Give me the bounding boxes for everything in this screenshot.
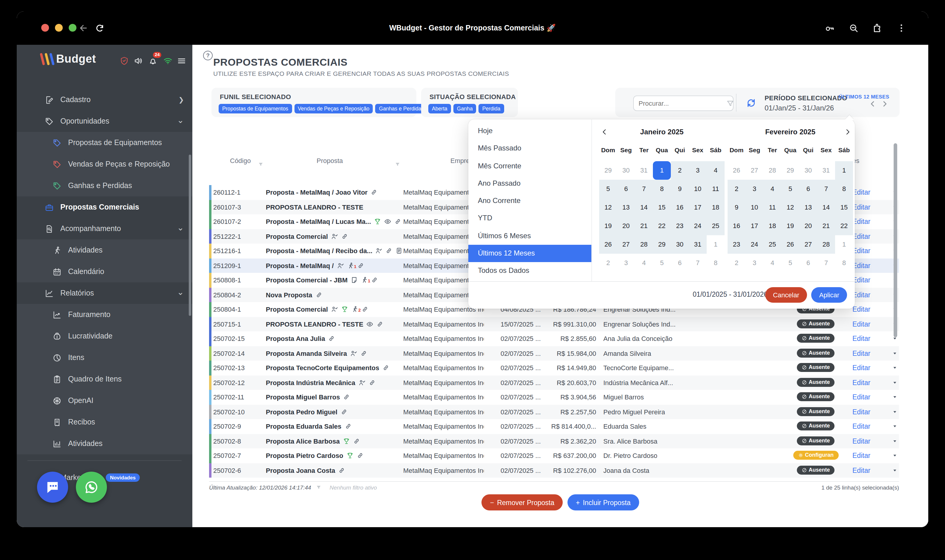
edit-link[interactable]: Editar xyxy=(853,434,870,448)
link-icon[interactable] xyxy=(343,394,350,401)
preset--ltimos-6-meses[interactable]: Últimos 6 Meses xyxy=(468,228,591,245)
funnel-chip[interactable]: Vendas de Peças e Reposição xyxy=(294,104,373,114)
sidebar-item-faturamento[interactable]: Faturamento xyxy=(17,304,192,325)
calendar-day[interactable]: 26 xyxy=(781,235,799,254)
sidebar-item-propostas-comerciais[interactable]: Propostas Comerciais xyxy=(17,197,192,218)
calendar-day[interactable]: 11 xyxy=(763,198,781,217)
link-icon[interactable] xyxy=(376,321,384,328)
sidebar-item-lucratividade[interactable]: Lucratividade xyxy=(17,325,192,347)
edit-link[interactable]: Editar xyxy=(853,214,870,229)
edit-link[interactable]: Editar xyxy=(853,185,870,200)
calendar-day[interactable]: 4 xyxy=(707,161,725,179)
period-prev-icon[interactable] xyxy=(868,100,877,108)
link-icon[interactable] xyxy=(360,350,367,357)
edit-link[interactable]: Editar xyxy=(853,361,870,375)
sidebar-item-openai[interactable]: OpenAI xyxy=(17,390,192,411)
funnel-chip[interactable]: Ganhas e Perdidas xyxy=(375,104,428,114)
calendar-day[interactable]: 6 xyxy=(617,179,635,198)
table-row[interactable]: 250702-7Proposta Pietro CardosoMetalMaq … xyxy=(209,448,899,463)
calendar-day[interactable]: 3 xyxy=(746,179,763,198)
link-icon[interactable] xyxy=(338,467,345,474)
calendar-day[interactable]: 30 xyxy=(799,161,817,179)
doc-icon[interactable] xyxy=(396,248,403,255)
calendar-day[interactable]: 31 xyxy=(689,235,707,254)
link-icon[interactable] xyxy=(341,408,348,415)
eye-icon[interactable] xyxy=(384,218,391,225)
shield-icon[interactable] xyxy=(119,56,129,66)
calendar-day[interactable]: 27 xyxy=(746,161,763,179)
calendar-day[interactable]: 27 xyxy=(617,235,635,254)
preset--ltimos-12-meses[interactable]: Últimos 12 Meses xyxy=(468,245,591,262)
calendar-day[interactable]: 29 xyxy=(653,235,671,254)
link-icon[interactable] xyxy=(385,248,393,255)
calendar-day[interactable]: 24 xyxy=(689,217,707,235)
extensions-icon[interactable] xyxy=(872,23,883,34)
wifi-icon[interactable] xyxy=(163,56,173,66)
calendar-day[interactable]: 16 xyxy=(728,217,746,235)
table-row[interactable]: 250702-10Proposta Pedro MiguelMetalMaq E… xyxy=(209,405,899,419)
calendar-day[interactable]: 3 xyxy=(617,254,635,272)
calendar-day[interactable]: 29 xyxy=(781,161,799,179)
funnel-chip[interactable]: Propostas de Equipamentos xyxy=(219,104,292,114)
calendar-day[interactable]: 22 xyxy=(653,217,671,235)
sidebar-item-quadro-de-itens[interactable]: Quadro de Itens xyxy=(17,368,192,390)
hamburger-menu-icon[interactable] xyxy=(177,56,187,66)
calendar-day[interactable]: 18 xyxy=(707,198,725,217)
runner-icon[interactable]: 1 xyxy=(347,262,354,269)
calendar-day[interactable]: 28 xyxy=(763,161,781,179)
situation-chip[interactable]: Perdida xyxy=(479,104,504,114)
link-icon[interactable] xyxy=(357,262,364,269)
calendar-day[interactable]: 25 xyxy=(707,217,725,235)
calendar-day[interactable]: 3 xyxy=(746,254,763,272)
codigo-filter-icon[interactable] xyxy=(258,159,264,164)
calendar-day[interactable]: 8 xyxy=(835,254,853,272)
calendar-day[interactable]: 16 xyxy=(671,198,689,217)
link-icon[interactable] xyxy=(368,379,376,386)
table-scrollbar[interactable] xyxy=(894,143,897,337)
table-row[interactable]: 250715-1PROPOSTA LEANDRO - TESTEMetalMaq… xyxy=(209,317,899,331)
preset-m-s-passado[interactable]: Mês Passado xyxy=(468,140,591,158)
sidebar-item-atividades[interactable]: Atividades xyxy=(17,239,192,261)
person-check-icon[interactable] xyxy=(331,306,338,313)
situation-chip[interactable]: Ganha xyxy=(453,104,476,114)
calendar-day[interactable]: 1 xyxy=(835,161,853,179)
search-zoom-icon[interactable] xyxy=(848,23,859,34)
calendar-day[interactable]: 2 xyxy=(728,254,746,272)
link-icon[interactable] xyxy=(356,452,364,459)
edit-dropdown-caret-icon[interactable] xyxy=(893,434,899,448)
calendar-day[interactable]: 25 xyxy=(763,235,781,254)
calendar-day[interactable]: 1 xyxy=(707,235,725,254)
runner-icon[interactable]: 2 xyxy=(351,306,358,313)
calendar-day[interactable]: 26 xyxy=(728,161,746,179)
period-next-icon[interactable] xyxy=(880,100,889,108)
calendar-day[interactable]: 7 xyxy=(689,254,707,272)
edit-link[interactable]: Editar xyxy=(853,346,870,361)
eye-icon[interactable] xyxy=(366,321,373,328)
preset-m-s-corrente[interactable]: Mês Corrente xyxy=(468,157,591,175)
chat-fab[interactable] xyxy=(37,472,68,503)
trophy-icon[interactable] xyxy=(341,306,348,313)
notifications-bell-icon[interactable]: 24 xyxy=(148,56,158,66)
edit-link[interactable]: Editar xyxy=(853,288,870,302)
calendar-day[interactable]: 11 xyxy=(707,179,725,198)
calendar-day[interactable]: 31 xyxy=(635,161,653,179)
calendar-day[interactable]: 6 xyxy=(671,254,689,272)
calendar-day[interactable]: 24 xyxy=(746,235,763,254)
calendar-day[interactable]: 3 xyxy=(689,161,707,179)
calendar-day[interactable]: 17 xyxy=(689,198,707,217)
sidebar-scrollbar[interactable] xyxy=(189,155,191,316)
refresh-sync-icon[interactable] xyxy=(746,97,757,109)
calendar-day[interactable]: 5 xyxy=(781,254,799,272)
sidebar-item-propostas-de-equipamentos[interactable]: Propostas de Equipamentos xyxy=(17,132,192,154)
edit-link[interactable]: Editar xyxy=(853,243,870,258)
person-check-icon[interactable] xyxy=(358,379,365,386)
calendar-day[interactable]: 19 xyxy=(781,217,799,235)
person-check-icon[interactable] xyxy=(375,248,382,255)
filter-funnel-icon[interactable] xyxy=(726,99,734,107)
preset-ytd[interactable]: YTD xyxy=(468,210,591,228)
edit-dropdown-caret-icon[interactable] xyxy=(893,346,899,361)
edit-dropdown-caret-icon[interactable] xyxy=(893,448,899,463)
table-row[interactable]: 250702-14Proposta Amanda SilveiraMetalMa… xyxy=(209,346,899,361)
calendar-day[interactable]: 7 xyxy=(817,179,835,198)
table-row[interactable]: 250702-15Proposta Ana JuliaMetalMaq Equi… xyxy=(209,331,899,346)
